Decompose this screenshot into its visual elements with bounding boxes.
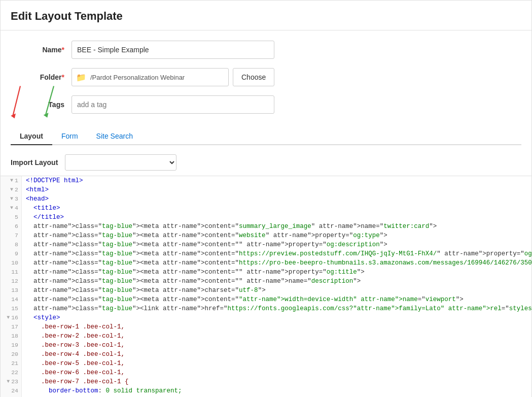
line-number: 8 <box>1 240 22 249</box>
code-editor[interactable]: ▼1<!DOCTYPE html>▼2<html>▼3<head>▼4 <tit… <box>1 176 531 397</box>
code-content: .bee-row-6 .bee-col-1, <box>22 368 129 377</box>
line-number: ▼16 <box>1 313 22 322</box>
code-line: 6 attr-name">class="tag-blue"><meta attr… <box>1 222 531 231</box>
folder-path-text: /Pardot Personalization Webinar <box>90 74 228 81</box>
code-line: ▼16 <style> <box>1 313 531 322</box>
collapse-arrow[interactable]: ▼ <box>10 204 13 213</box>
code-line: ▼23 .bee-row-7 .bee-col-1 { <box>1 377 531 386</box>
import-select[interactable] <box>65 154 176 171</box>
code-content: .bee-row-7 .bee-col-1 { <box>22 377 133 386</box>
code-line: 9 attr-name">class="tag-blue"><meta attr… <box>1 249 531 258</box>
code-line: 12 attr-name">class="tag-blue"><meta att… <box>1 277 531 286</box>
choose-button[interactable]: Choose <box>233 68 274 86</box>
line-number: 7 <box>1 231 22 240</box>
code-content: .bee-row-4 .bee-col-1, <box>22 350 129 359</box>
line-number: 18 <box>1 332 22 341</box>
code-line: 22 .bee-row-6 .bee-col-1, <box>1 368 531 377</box>
folder-input-wrap: 📁 /Pardot Personalization Webinar <box>72 68 229 86</box>
line-number: 10 <box>1 258 22 268</box>
code-content: attr-name">class="tag-blue"><meta attr-n… <box>22 240 392 249</box>
code-line: 10 attr-name">class="tag-blue"><meta att… <box>1 258 531 268</box>
tags-input[interactable] <box>72 95 274 114</box>
tags-label: Tags <box>31 101 72 109</box>
name-row: Name* <box>31 41 501 59</box>
line-number: 15 <box>1 304 22 313</box>
tags-row: Tags <box>31 95 501 114</box>
line-number: 13 <box>1 286 22 295</box>
required-star: * <box>62 46 64 54</box>
tab-layout[interactable]: Layout <box>11 128 52 145</box>
form-section: Name* Folder* 📁 /Pardot Personalization … <box>1 30 531 114</box>
code-content: <head> <box>22 194 53 204</box>
code-content: attr-name">class="tag-blue"><meta attr-n… <box>22 258 531 268</box>
code-content: attr-name">class="tag-blue"><meta attr-n… <box>22 295 468 304</box>
code-content: .bee-row-2 .bee-col-1, <box>22 332 129 341</box>
collapse-arrow[interactable]: ▼ <box>7 377 10 386</box>
code-line: ▼1<!DOCTYPE html> <box>1 176 531 185</box>
code-line: ▼3<head> <box>1 194 531 204</box>
line-number: ▼23 <box>1 377 22 386</box>
line-number: ▼1 <box>1 176 22 185</box>
code-content: attr-name">class="tag-blue"><link attr-n… <box>22 304 531 313</box>
line-number: 9 <box>1 249 22 258</box>
line-number: ▼3 <box>1 194 22 204</box>
code-content: .bee-row-1 .bee-col-1, <box>22 322 129 332</box>
tab-site-search[interactable]: Site Search <box>87 128 142 145</box>
line-number: ▼4 <box>1 204 22 213</box>
import-label: Import Layout <box>11 158 58 167</box>
line-number: 20 <box>1 350 22 359</box>
line-number: 5 <box>1 213 22 222</box>
code-line: ▼4 <title> <box>1 204 531 213</box>
line-number: 17 <box>1 322 22 332</box>
code-content: .bee-row-5 .bee-col-1, <box>22 359 129 368</box>
code-content: <!DOCTYPE html> <box>22 176 87 185</box>
folder-label: Folder* <box>31 73 72 81</box>
code-line: 13 attr-name">class="tag-blue"><meta att… <box>1 286 531 295</box>
line-number: 14 <box>1 295 22 304</box>
code-line: 15 attr-name">class="tag-blue"><link att… <box>1 304 531 313</box>
tabs-bar: Layout Form Site Search <box>11 128 521 145</box>
line-number: 12 <box>1 277 22 286</box>
page-container: Edit Layout Template Name* Folder* 📁 /Pa… <box>0 0 532 397</box>
code-content: <title> <box>22 204 64 213</box>
collapse-arrow[interactable]: ▼ <box>10 185 13 194</box>
tab-form[interactable]: Form <box>52 128 87 145</box>
svg-marker-1 <box>11 114 16 119</box>
collapse-arrow[interactable]: ▼ <box>7 313 10 322</box>
code-content: <html> <box>22 185 53 194</box>
line-number: 11 <box>1 268 22 277</box>
line-number: 21 <box>1 359 22 368</box>
code-content: border-bottom: 0 solid transparent; <box>22 386 186 395</box>
code-line: 8 attr-name">class="tag-blue"><meta attr… <box>1 240 531 249</box>
line-number: 6 <box>1 222 22 231</box>
code-content: </title> <box>22 213 68 222</box>
code-line: 11 attr-name">class="tag-blue"><meta att… <box>1 268 531 277</box>
line-number: 22 <box>1 368 22 377</box>
code-line: 14 attr-name">class="tag-blue"><meta att… <box>1 295 531 304</box>
tabs-section: Layout Form Site Search <box>1 123 531 145</box>
code-line: 7 attr-name">class="tag-blue"><meta attr… <box>1 231 531 240</box>
code-line: 24 border-bottom: 0 solid transparent; <box>1 386 531 395</box>
code-content: attr-name">class="tag-blue"><meta attr-n… <box>22 286 270 295</box>
folder-required-star: * <box>62 73 64 81</box>
name-input[interactable] <box>72 41 274 59</box>
collapse-arrow[interactable]: ▼ <box>10 176 13 185</box>
code-line: 21 .bee-row-5 .bee-col-1, <box>1 359 531 368</box>
code-line: 17 .bee-row-1 .bee-col-1, <box>1 322 531 332</box>
code-content: attr-name">class="tag-blue"><meta attr-n… <box>22 231 392 240</box>
code-content: <style> <box>22 313 64 322</box>
code-line: 20 .bee-row-4 .bee-col-1, <box>1 350 531 359</box>
import-section: Import Layout <box>1 145 531 176</box>
line-number: 24 <box>1 386 22 395</box>
code-line: 18 .bee-row-2 .bee-col-1, <box>1 332 531 341</box>
collapse-arrow[interactable]: ▼ <box>10 194 13 204</box>
folder-input-group: 📁 /Pardot Personalization Webinar Choose <box>72 68 274 86</box>
code-line: 5 </title> <box>1 213 531 222</box>
line-number: ▼2 <box>1 185 22 194</box>
page-header: Edit Layout Template <box>1 1 531 30</box>
folder-row: Folder* 📁 /Pardot Personalization Webina… <box>31 68 501 86</box>
code-content: attr-name">class="tag-blue"><meta attr-n… <box>22 249 531 258</box>
code-content: .bee-row-3 .bee-col-1, <box>22 341 129 350</box>
page-title: Edit Layout Template <box>11 10 521 23</box>
name-label: Name* <box>31 46 72 54</box>
